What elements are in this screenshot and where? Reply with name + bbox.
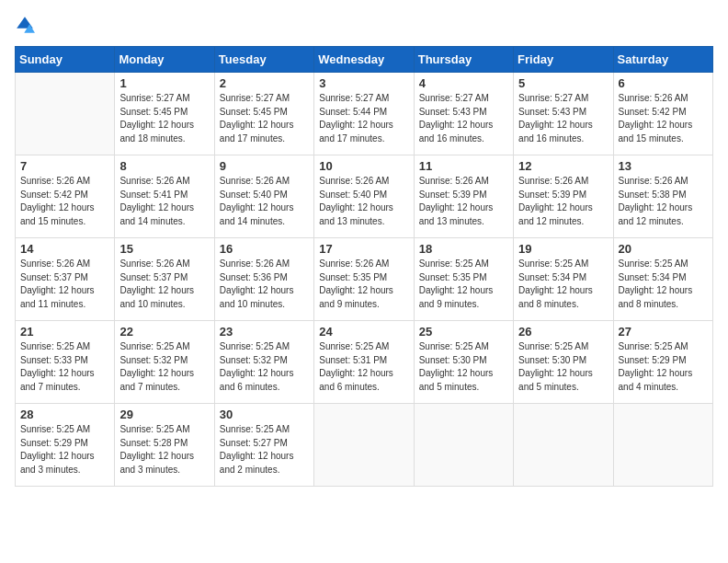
day-info: Sunrise: 5:25 AM Sunset: 5:29 PM Dayligh… <box>20 423 109 477</box>
day-info: Sunrise: 5:26 AM Sunset: 5:42 PM Dayligh… <box>20 175 109 228</box>
calendar-cell: 16Sunrise: 5:26 AM Sunset: 5:36 PM Dayli… <box>214 238 313 321</box>
week-row-3: 14Sunrise: 5:26 AM Sunset: 5:37 PM Dayli… <box>16 238 713 321</box>
day-info: Sunrise: 5:26 AM Sunset: 5:40 PM Dayligh… <box>220 175 309 228</box>
day-info: Sunrise: 5:25 AM Sunset: 5:32 PM Dayligh… <box>220 340 309 394</box>
day-info: Sunrise: 5:25 AM Sunset: 5:34 PM Dayligh… <box>619 258 708 311</box>
day-number: 24 <box>319 325 408 339</box>
day-number: 26 <box>518 325 608 339</box>
calendar-cell: 26Sunrise: 5:25 AM Sunset: 5:30 PM Dayli… <box>514 321 613 404</box>
day-number: 8 <box>119 159 209 173</box>
day-number: 14 <box>20 242 109 256</box>
calendar-cell: 22Sunrise: 5:25 AM Sunset: 5:32 PM Dayli… <box>115 321 214 404</box>
day-info: Sunrise: 5:27 AM Sunset: 5:45 PM Dayligh… <box>119 92 209 145</box>
day-info: Sunrise: 5:26 AM Sunset: 5:37 PM Dayligh… <box>20 258 109 311</box>
calendar-cell: 14Sunrise: 5:26 AM Sunset: 5:37 PM Dayli… <box>16 238 115 321</box>
calendar-cell: 18Sunrise: 5:25 AM Sunset: 5:35 PM Dayli… <box>414 238 513 321</box>
week-row-2: 7Sunrise: 5:26 AM Sunset: 5:42 PM Daylig… <box>16 155 713 238</box>
day-info: Sunrise: 5:25 AM Sunset: 5:30 PM Dayligh… <box>419 340 508 394</box>
day-info: Sunrise: 5:25 AM Sunset: 5:30 PM Dayligh… <box>518 340 608 394</box>
day-number: 11 <box>419 159 508 173</box>
day-info: Sunrise: 5:25 AM Sunset: 5:27 PM Dayligh… <box>220 423 309 477</box>
day-number: 10 <box>319 159 408 173</box>
calendar-cell: 28Sunrise: 5:25 AM Sunset: 5:29 PM Dayli… <box>16 404 115 487</box>
calendar-cell: 24Sunrise: 5:25 AM Sunset: 5:31 PM Dayli… <box>314 321 414 404</box>
col-header-tuesday: Tuesday <box>214 47 313 73</box>
day-info: Sunrise: 5:25 AM Sunset: 5:34 PM Dayligh… <box>518 258 608 311</box>
day-number: 12 <box>518 159 608 173</box>
day-number: 23 <box>220 325 309 339</box>
calendar-cell: 27Sunrise: 5:25 AM Sunset: 5:29 PM Dayli… <box>613 321 712 404</box>
calendar-cell: 13Sunrise: 5:26 AM Sunset: 5:38 PM Dayli… <box>613 155 712 238</box>
calendar-cell <box>414 404 513 487</box>
day-info: Sunrise: 5:25 AM Sunset: 5:35 PM Dayligh… <box>419 258 508 311</box>
day-info: Sunrise: 5:26 AM Sunset: 5:42 PM Dayligh… <box>619 92 708 145</box>
calendar-header-row: SundayMondayTuesdayWednesdayThursdayFrid… <box>16 47 713 73</box>
calendar-cell: 2Sunrise: 5:27 AM Sunset: 5:45 PM Daylig… <box>214 73 313 155</box>
header <box>15 15 713 35</box>
day-number: 15 <box>119 242 209 256</box>
day-info: Sunrise: 5:26 AM Sunset: 5:36 PM Dayligh… <box>220 258 309 311</box>
calendar-cell: 21Sunrise: 5:25 AM Sunset: 5:33 PM Dayli… <box>16 321 115 404</box>
calendar-cell <box>613 404 712 487</box>
day-number: 27 <box>619 325 708 339</box>
calendar-cell: 29Sunrise: 5:25 AM Sunset: 5:28 PM Dayli… <box>115 404 214 487</box>
calendar-cell: 17Sunrise: 5:26 AM Sunset: 5:35 PM Dayli… <box>314 238 414 321</box>
day-number: 20 <box>619 242 708 256</box>
day-number: 22 <box>119 325 209 339</box>
calendar-cell: 1Sunrise: 5:27 AM Sunset: 5:45 PM Daylig… <box>115 73 214 155</box>
day-info: Sunrise: 5:27 AM Sunset: 5:44 PM Dayligh… <box>319 92 408 145</box>
calendar-cell: 30Sunrise: 5:25 AM Sunset: 5:27 PM Dayli… <box>214 404 313 487</box>
calendar-cell: 7Sunrise: 5:26 AM Sunset: 5:42 PM Daylig… <box>16 155 115 238</box>
calendar-cell: 10Sunrise: 5:26 AM Sunset: 5:40 PM Dayli… <box>314 155 414 238</box>
calendar-cell: 9Sunrise: 5:26 AM Sunset: 5:40 PM Daylig… <box>214 155 313 238</box>
day-info: Sunrise: 5:27 AM Sunset: 5:43 PM Dayligh… <box>419 92 508 145</box>
day-info: Sunrise: 5:25 AM Sunset: 5:33 PM Dayligh… <box>20 340 109 394</box>
week-row-5: 28Sunrise: 5:25 AM Sunset: 5:29 PM Dayli… <box>16 404 713 487</box>
calendar-cell: 15Sunrise: 5:26 AM Sunset: 5:37 PM Dayli… <box>115 238 214 321</box>
day-info: Sunrise: 5:26 AM Sunset: 5:37 PM Dayligh… <box>119 258 209 311</box>
calendar-cell: 12Sunrise: 5:26 AM Sunset: 5:39 PM Dayli… <box>514 155 613 238</box>
day-number: 2 <box>220 76 309 90</box>
day-number: 13 <box>619 159 708 173</box>
col-header-sunday: Sunday <box>16 47 115 73</box>
day-number: 21 <box>20 325 109 339</box>
calendar-cell: 25Sunrise: 5:25 AM Sunset: 5:30 PM Dayli… <box>414 321 513 404</box>
calendar-cell: 20Sunrise: 5:25 AM Sunset: 5:34 PM Dayli… <box>613 238 712 321</box>
day-info: Sunrise: 5:25 AM Sunset: 5:31 PM Dayligh… <box>319 340 408 394</box>
day-number: 17 <box>319 242 408 256</box>
day-number: 1 <box>119 76 209 90</box>
logo <box>15 15 39 35</box>
col-header-wednesday: Wednesday <box>314 47 414 73</box>
day-info: Sunrise: 5:27 AM Sunset: 5:43 PM Dayligh… <box>518 92 608 145</box>
day-info: Sunrise: 5:26 AM Sunset: 5:40 PM Dayligh… <box>319 175 408 228</box>
calendar-cell: 23Sunrise: 5:25 AM Sunset: 5:32 PM Dayli… <box>214 321 313 404</box>
day-info: Sunrise: 5:25 AM Sunset: 5:28 PM Dayligh… <box>119 423 209 477</box>
day-number: 28 <box>20 408 109 421</box>
calendar-cell: 6Sunrise: 5:26 AM Sunset: 5:42 PM Daylig… <box>613 73 712 155</box>
day-info: Sunrise: 5:26 AM Sunset: 5:38 PM Dayligh… <box>619 175 708 228</box>
week-row-1: 1Sunrise: 5:27 AM Sunset: 5:45 PM Daylig… <box>16 73 713 155</box>
day-number: 18 <box>419 242 508 256</box>
day-number: 9 <box>220 159 309 173</box>
col-header-friday: Friday <box>514 47 613 73</box>
col-header-thursday: Thursday <box>414 47 513 73</box>
day-info: Sunrise: 5:26 AM Sunset: 5:39 PM Dayligh… <box>419 175 508 228</box>
day-number: 16 <box>220 242 309 256</box>
day-info: Sunrise: 5:25 AM Sunset: 5:32 PM Dayligh… <box>119 340 209 394</box>
calendar-table: SundayMondayTuesdayWednesdayThursdayFrid… <box>15 46 713 487</box>
logo-icon <box>15 15 35 35</box>
day-info: Sunrise: 5:25 AM Sunset: 5:29 PM Dayligh… <box>619 340 708 394</box>
day-info: Sunrise: 5:27 AM Sunset: 5:45 PM Dayligh… <box>220 92 309 145</box>
day-info: Sunrise: 5:26 AM Sunset: 5:41 PM Dayligh… <box>119 175 209 228</box>
day-info: Sunrise: 5:26 AM Sunset: 5:35 PM Dayligh… <box>319 258 408 311</box>
day-number: 6 <box>619 76 708 90</box>
calendar-cell: 11Sunrise: 5:26 AM Sunset: 5:39 PM Dayli… <box>414 155 513 238</box>
calendar-cell: 5Sunrise: 5:27 AM Sunset: 5:43 PM Daylig… <box>514 73 613 155</box>
calendar-cell <box>314 404 414 487</box>
day-number: 19 <box>518 242 608 256</box>
day-number: 7 <box>20 159 109 173</box>
day-number: 4 <box>419 76 508 90</box>
calendar-cell <box>514 404 613 487</box>
day-number: 3 <box>319 76 408 90</box>
day-number: 5 <box>518 76 608 90</box>
